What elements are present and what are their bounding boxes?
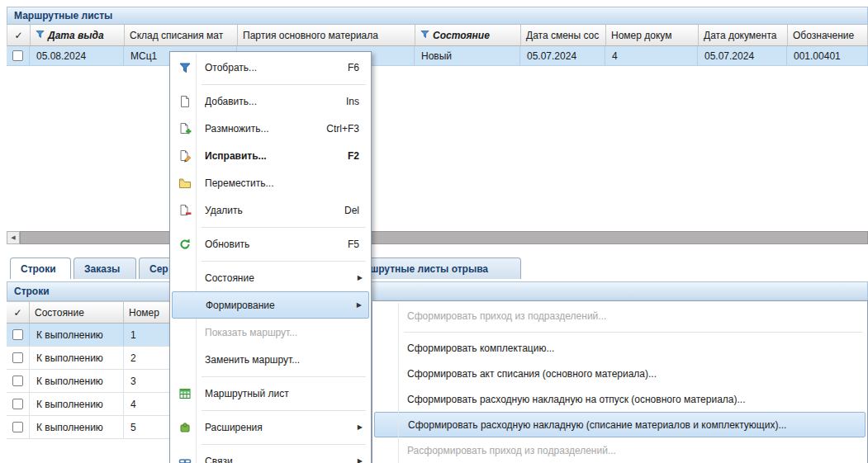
tab-zakazy[interactable]: Заказы — [74, 257, 136, 279]
edit-document-icon — [177, 149, 193, 163]
column-header-state[interactable]: Состояние — [415, 25, 521, 45]
row-checkbox[interactable] — [12, 422, 23, 432]
row-checkbox[interactable] — [12, 376, 23, 386]
menu-separator — [172, 257, 369, 264]
cell-designation: 001.00401 — [787, 46, 868, 65]
submenu-item-label: Сформировать комплектацию... — [407, 343, 554, 354]
submenu-item-rashodnaya-na-otpusk[interactable]: Сформировать расходную накладную на отпу… — [374, 386, 866, 412]
column-header-warehouse[interactable]: Склад списания мат — [125, 25, 238, 45]
cell-line-state: К выполнению — [30, 370, 124, 392]
menu-item-label: Удалить — [205, 205, 336, 216]
menu-item-dobavit[interactable]: Добавить... Ins — [172, 87, 369, 115]
refresh-icon — [177, 237, 193, 252]
column-header-doc-number[interactable]: Номер докум — [606, 25, 699, 45]
row-check-cell — [7, 324, 30, 346]
table-row[interactable]: 05.08.2024 МСц1 Новый 05.07.2024 4 05.07… — [7, 46, 868, 66]
tab-stroki[interactable]: Строки — [10, 257, 71, 279]
cell-line-state: К выполнению — [30, 393, 124, 415]
cell-issue-date: 05.08.2024 — [30, 46, 124, 65]
add-document-icon — [177, 94, 193, 109]
page-title: Маршрутные листы — [14, 10, 112, 21]
column-header-state-change-date[interactable]: Дата смены сос — [521, 25, 606, 45]
menu-item-otobrat[interactable]: Отобрать... F6 — [172, 54, 369, 81]
row-checkbox[interactable] — [12, 329, 23, 340]
filter-icon[interactable] — [36, 30, 45, 41]
cell-doc-date: 05.07.2024 — [698, 46, 787, 65]
menu-item-label: Показать маршрут... — [205, 327, 359, 338]
column-header-designation[interactable]: Обозначение — [788, 25, 868, 45]
menu-item-label: Состояние — [205, 272, 359, 284]
menu-item-label: Связи — [205, 456, 359, 463]
submenu-item-rasformirovat-prihod: Расформировать приход из подразделений..… — [374, 437, 866, 463]
column-header-check[interactable]: ✓ — [7, 25, 31, 45]
column-header-line-state[interactable]: Состояние — [30, 302, 124, 323]
cell-doc-number: 4 — [605, 46, 698, 65]
column-header-batch[interactable]: Партия основного материала — [238, 25, 415, 45]
menu-item-label: Исправить... — [205, 150, 339, 162]
filter-icon[interactable] — [420, 30, 429, 41]
row-check-cell — [7, 393, 30, 415]
menu-item-obnovit[interactable]: Обновить F5 — [172, 230, 369, 257]
menu-item-label: Переместить... — [205, 177, 359, 189]
menu-item-zamenit-marshrut[interactable]: Заменить маршрут... — [172, 346, 369, 373]
submenu-item-label: Сформировать приход из подразделений... — [407, 310, 606, 322]
cell-line-state: К выполнению — [30, 324, 124, 346]
formirovanie-submenu: Сформировать приход из подразделений... … — [372, 300, 868, 463]
row-check-cell — [7, 416, 30, 438]
menu-item-marshrutnyi-list[interactable]: Маршрутный лист — [172, 380, 369, 407]
horizontal-scrollbar[interactable]: ◀ — [7, 231, 868, 244]
menu-item-peremestit[interactable]: Переместить... — [172, 169, 369, 196]
menu-separator — [172, 224, 369, 230]
menu-item-formirovanie[interactable]: Формирование ▶ — [172, 291, 369, 319]
row-checkbox[interactable] — [12, 352, 23, 363]
column-header-label: Партия основного материала — [243, 30, 378, 41]
scrollbar-thumb[interactable] — [20, 231, 868, 244]
submenu-item-rashodnaya-spisanie[interactable]: Сформировать расходную накладную (списан… — [374, 412, 866, 437]
route-sheets-panel: Маршрутные листы ✓ Дата выда Склад списа… — [7, 7, 868, 231]
column-header-label: Состояние — [35, 307, 84, 319]
route-sheet-icon — [177, 386, 193, 401]
grid-empty-area — [7, 66, 868, 231]
menu-item-shortcut: F6 — [348, 62, 359, 73]
context-menu: Отобрать... F6 Добавить... Ins Размножит… — [169, 51, 372, 463]
menu-item-shortcut: F2 — [348, 150, 359, 162]
row-checkbox[interactable] — [12, 399, 23, 409]
menu-item-svyazi[interactable]: Связи ▶ — [172, 447, 369, 463]
column-header-label: Состояние — [433, 30, 490, 41]
column-header-issue-date[interactable]: Дата выда — [31, 25, 125, 45]
submenu-item-akt-spisaniya[interactable]: Сформировать акт списания (основного мат… — [374, 361, 866, 386]
column-header-label: Номер — [129, 307, 159, 319]
submenu-item-label: Расформировать приход из подразделений..… — [407, 445, 616, 456]
menu-item-label: Формирование — [206, 300, 358, 311]
cell-line-state: К выполнению — [30, 416, 124, 438]
menu-item-ispravit[interactable]: Исправить... F2 — [172, 142, 369, 169]
menu-item-label: Расширения — [205, 422, 359, 433]
menu-item-udalit[interactable]: Удалить Del — [172, 196, 369, 224]
column-header-label: Номер докум — [611, 30, 671, 41]
menu-separator — [172, 373, 369, 380]
lines-panel-title: Строки — [14, 286, 50, 297]
menu-item-shortcut: Ins — [346, 96, 359, 107]
menu-item-rasshireniya[interactable]: Расширения ▶ — [172, 413, 369, 441]
submenu-item-label: Сформировать акт списания (основного мат… — [407, 368, 657, 380]
menu-item-sostoyanie[interactable]: Состояние ▶ — [172, 264, 369, 291]
cell-state: Новый — [415, 46, 520, 65]
duplicate-document-icon — [177, 121, 193, 136]
column-header-doc-date[interactable]: Дата документа — [699, 25, 788, 45]
menu-item-shortcut: Del — [344, 205, 359, 216]
menu-item-shortcut: F5 — [348, 239, 359, 250]
column-header-label: Дата смены сос — [526, 30, 599, 41]
column-header-check[interactable]: ✓ — [7, 302, 30, 323]
app-window: Маршрутные листы ✓ Дата выда Склад списа… — [0, 0, 868, 463]
menu-separator — [172, 441, 369, 447]
column-header-label: Дата документа — [704, 30, 776, 41]
filter-icon — [177, 60, 193, 75]
submenu-item-komplektaciya[interactable]: Сформировать комплектацию... — [374, 335, 866, 361]
scroll-left-button[interactable]: ◀ — [7, 231, 20, 244]
links-icon — [177, 454, 193, 463]
extensions-icon — [177, 420, 193, 435]
row-checkbox[interactable] — [12, 50, 23, 61]
menu-item-razmnozhit[interactable]: Размножить... Ctrl+F3 — [172, 115, 369, 142]
submenu-arrow-icon: ▶ — [357, 301, 362, 309]
menu-item-label: Добавить... — [205, 96, 338, 107]
